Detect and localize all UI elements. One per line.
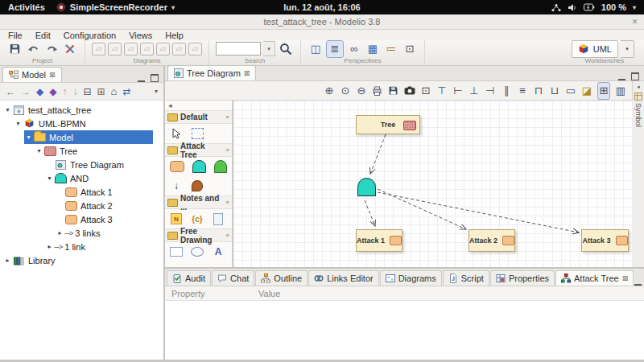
diagram-button-1[interactable]: ▱ [92, 43, 105, 56]
workbench-dropdown-button[interactable]: ▾ [621, 40, 634, 58]
perspective-button-2[interactable]: ≣ [326, 40, 344, 58]
tab-properties[interactable]: Properties [490, 270, 555, 286]
menu-edit[interactable]: Edit [35, 31, 51, 40]
move-down-button[interactable]: ↓ [72, 86, 77, 97]
tree-item-attack-2[interactable]: Attack 2 [0, 199, 163, 212]
expander-icon[interactable]: ▸ [56, 229, 64, 237]
diagram-button-6[interactable]: ▱ [172, 43, 186, 56]
format-painter-icon[interactable]: ◪ [581, 84, 592, 97]
previous-selection-button[interactable]: ◆ [36, 86, 43, 97]
or-gate-tool[interactable] [214, 160, 227, 173]
diagram-button-7[interactable]: ▱ [188, 43, 202, 56]
same-size-icon[interactable]: ▭ [565, 84, 576, 97]
maximize-icon[interactable] [151, 74, 159, 82]
tree-item-attack-3[interactable]: Attack 3 [0, 212, 163, 226]
tab-script[interactable]: J Script [443, 270, 489, 286]
zoom-out-icon[interactable]: ⊖ [356, 84, 367, 97]
tree-item-1-link[interactable]: ▸--->1 link [0, 240, 163, 253]
tab-outline[interactable]: Outline [255, 270, 308, 286]
palette-collapse-button[interactable]: ◂ [165, 101, 232, 110]
expander-icon[interactable]: ▾ [3, 106, 12, 113]
properties-table-body[interactable] [165, 301, 644, 360]
home-button[interactable]: ⌂ [111, 85, 118, 97]
and-gate-tool[interactable] [192, 160, 205, 173]
zoom-actual-icon[interactable]: ⊙ [340, 84, 351, 97]
expander-icon[interactable]: ▸ [3, 257, 12, 264]
perspective-button-5[interactable]: ≔ [383, 41, 399, 57]
search-icon[interactable] [278, 41, 294, 57]
select-tool[interactable] [170, 127, 183, 140]
search-dropdown-button[interactable]: ▾ [263, 41, 275, 56]
close-icon[interactable]: ⊠ [244, 69, 250, 77]
chevron-down-icon[interactable]: ▾ [633, 4, 636, 11]
palette-group-attack-tree[interactable]: Attack Tree « [165, 143, 232, 157]
save-diagram-icon[interactable] [388, 85, 399, 96]
diagram-button-3[interactable]: ▱ [124, 43, 138, 56]
note-tool[interactable]: N [170, 212, 183, 225]
window-close-button[interactable]: × [632, 14, 638, 29]
text-tool[interactable]: A [212, 245, 225, 258]
constraint-tool[interactable]: {c} [191, 212, 204, 225]
align-bottom-icon[interactable]: ⊥ [469, 84, 480, 97]
distribute-vertical-icon[interactable]: ≡ [517, 84, 528, 97]
tree-item-model[interactable]: ▾Model [0, 130, 163, 144]
tab-tree-diagram[interactable]: Tree Diagram ⊠ [167, 65, 256, 80]
undo-button[interactable] [25, 41, 41, 57]
menu-help[interactable]: Help [165, 31, 184, 40]
screenshot-icon[interactable] [404, 86, 415, 95]
symbol-side-tab[interactable]: ◂ Symbol [632, 81, 644, 267]
forward-button[interactable]: → [21, 86, 31, 97]
diagram-button-5[interactable]: ▱ [156, 43, 170, 56]
back-button[interactable]: ← [6, 86, 15, 97]
zoom-in-icon[interactable]: ⊕ [324, 84, 335, 97]
tree-item-test-attack-tree[interactable]: ▾test_attack_tree [0, 103, 163, 117]
edge-and-to-attack1[interactable] [365, 200, 375, 226]
tree-item-attack-1[interactable]: Attack 1 [0, 185, 163, 199]
move-up-button[interactable]: ↑ [62, 86, 67, 97]
perspective-button-3[interactable]: ∞ [346, 41, 362, 57]
redo-button[interactable] [43, 41, 60, 57]
node-attack-1[interactable]: Attack 1 [356, 229, 402, 252]
diagram-canvas[interactable]: Tree Attack 1 Attack 2 Attack 3 [233, 101, 633, 267]
same-height-icon[interactable]: ⊔ [549, 84, 560, 97]
column-value[interactable]: Value [252, 289, 280, 298]
tab-model[interactable]: Model ⊠ [2, 67, 62, 82]
align-right-icon[interactable]: ⊣ [485, 84, 496, 97]
perspective-button-4[interactable]: ▦ [365, 41, 381, 57]
marquee-tool[interactable] [191, 127, 204, 140]
link-tool[interactable]: ↓ [170, 179, 183, 192]
tab-chat[interactable]: Chat [212, 270, 254, 286]
tree-item-tree-diagram[interactable]: Tree Diagram [0, 158, 163, 171]
close-icon[interactable]: ⊠ [49, 71, 56, 79]
network-icon[interactable] [551, 3, 561, 12]
expander-icon[interactable]: ▾ [35, 147, 43, 154]
attack-node-tool[interactable] [170, 160, 184, 173]
menu-file[interactable]: File [8, 31, 23, 40]
search-input[interactable] [216, 42, 261, 56]
expander-icon[interactable]: ▾ [14, 120, 23, 127]
ellipse-tool[interactable] [191, 245, 204, 258]
perspective-button-6[interactable]: ⊡ [402, 41, 418, 57]
tab-audit[interactable]: Audit [167, 270, 211, 286]
maximize-icon[interactable] [631, 72, 639, 80]
battery-percent[interactable]: 100 % [601, 2, 626, 12]
print-icon[interactable] [372, 86, 383, 96]
document-tool[interactable] [212, 212, 225, 225]
palette-group-free-drawing[interactable]: Free Drawing « [165, 228, 232, 242]
rectangle-tool[interactable] [170, 245, 183, 258]
palette-group-notes[interactable]: Notes and ... « [165, 195, 232, 209]
column-property[interactable]: Property [165, 289, 252, 298]
menu-configuration[interactable]: Configuration [64, 31, 116, 40]
edge-and-to-attack3[interactable] [378, 192, 579, 232]
node-and-gate[interactable] [357, 178, 376, 196]
diagram-button-2[interactable]: ▱ [108, 43, 122, 56]
diagram-overview-icon[interactable]: ▥ [615, 84, 626, 97]
align-top-icon[interactable]: ⊤ [436, 84, 448, 97]
tree-item-and[interactable]: ▾AND [0, 171, 163, 185]
tree-item-3-links[interactable]: ▸--->3 links [0, 226, 163, 240]
expander-icon[interactable]: ▾ [24, 134, 33, 141]
edge-and-to-attack2[interactable] [378, 189, 466, 229]
node-attack-2[interactable]: Attack 2 [469, 229, 515, 252]
zoom-area-icon[interactable]: ⊡ [420, 84, 431, 97]
save-button[interactable] [6, 41, 23, 57]
